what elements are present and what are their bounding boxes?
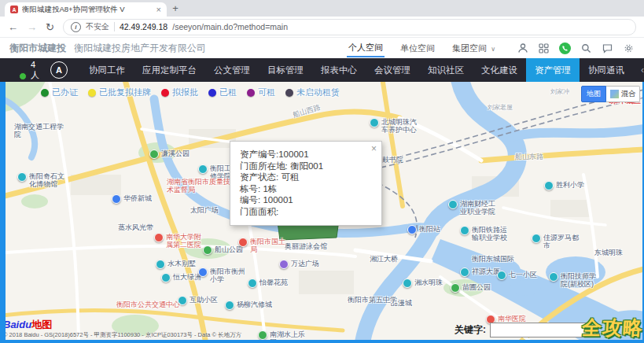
poi-marker-icon[interactable]: [448, 200, 458, 209]
map-poi-label: 衡阳铁路运输职业学校: [460, 226, 512, 242]
poi-marker-icon[interactable]: [198, 164, 208, 174]
seeyon-logo-icon[interactable]: A: [50, 61, 68, 79]
keyword-search: 关键字:: [454, 323, 597, 337]
poi-marker-icon[interactable]: [544, 181, 554, 190]
apps-grid-icon[interactable]: [538, 42, 550, 54]
baidu-logo-latin: Baidu: [3, 319, 31, 330]
poi-marker-icon[interactable]: [532, 234, 541, 243]
nav-items: 协同工作应用定制平台公文管理目标管理报表中心会议管理知识社区文化建设资产管理协同…: [80, 58, 633, 82]
nav-item[interactable]: 会议管理: [366, 58, 419, 82]
nav-item[interactable]: 应用定制平台: [134, 58, 205, 82]
nav-prev-icon[interactable]: ‹: [641, 65, 644, 76]
poi-marker-icon[interactable]: [17, 172, 27, 182]
map-type-map-button[interactable]: 地图: [581, 86, 606, 102]
map-poi-label: 湘水明珠: [403, 278, 443, 288]
map-poi-label: 七一小区: [497, 271, 537, 280]
poi-marker-icon[interactable]: [225, 301, 234, 310]
nav-item[interactable]: 公文管理: [205, 58, 259, 82]
poi-text: 蒸水风光带: [118, 223, 153, 231]
poi-text: 华侨新城: [123, 194, 152, 202]
legend-item: 可租: [247, 87, 275, 98]
map-poi-label: 北城明珠汽车养护中心: [370, 118, 421, 135]
nav-item[interactable]: 协同通讯: [580, 58, 633, 82]
map-poi-label: 衡阳东城国际: [472, 255, 514, 263]
poi-marker-icon[interactable]: [407, 225, 417, 234]
user-avatar[interactable]: [8, 61, 25, 79]
assistant-icon[interactable]: [517, 42, 528, 54]
online-status-dot: [19, 72, 27, 80]
map-poi-label: 刘家冲: [550, 88, 569, 95]
poi-marker-icon[interactable]: [497, 271, 506, 280]
nav-item[interactable]: 报表中心: [312, 58, 366, 82]
poi-marker-icon[interactable]: [198, 267, 208, 277]
poi-text: 杨柳汽修城: [237, 301, 272, 308]
poi-marker-icon[interactable]: [203, 245, 212, 255]
legend-label: 可租: [258, 87, 275, 98]
space-link-unit[interactable]: 单位空间: [399, 39, 436, 57]
poi-text: 衡阳奇石文化博物馆: [29, 172, 69, 189]
url-path: /seeyon/main.do?method=main: [172, 22, 288, 31]
poi-text: 互助小区: [190, 296, 218, 304]
nav-item[interactable]: 文化建设: [473, 58, 526, 82]
phone-icon[interactable]: [559, 42, 571, 54]
poi-marker-icon[interactable]: [370, 118, 379, 127]
poi-text: 衡阳东城国际: [472, 255, 514, 263]
poi-marker-icon[interactable]: [460, 267, 469, 277]
poi-marker-icon[interactable]: [549, 272, 558, 282]
poi-text: 刘家冲: [550, 88, 569, 95]
map-poi-label: 万达广场: [279, 260, 319, 269]
site-info-icon[interactable]: i: [71, 22, 81, 32]
poi-marker-icon[interactable]: [248, 278, 257, 288]
browser-window: A 衡阳城建投A8+协同管理软件 V × + ← → ↻ i 不安全 42.49…: [0, 0, 644, 343]
poi-text: 万达广场: [291, 260, 319, 267]
settings-gear-icon[interactable]: [623, 42, 635, 54]
space-link-personal[interactable]: 个人空间: [347, 39, 385, 57]
popup-close-icon[interactable]: ×: [371, 144, 377, 153]
map-poi-label: 衡阳奇石文化博物馆: [17, 172, 69, 189]
baidu-logo[interactable]: Baidu地图: [3, 318, 52, 332]
nav-item[interactable]: 目标管理: [259, 58, 312, 82]
nav-item[interactable]: 协同工作: [80, 58, 134, 82]
poi-marker-icon[interactable]: [154, 233, 164, 242]
url-field[interactable]: i 不安全 42.49.249.18 /seeyon/main.do?metho…: [63, 19, 636, 35]
nav-item-label: 报表中心: [321, 65, 357, 75]
poi-text: 佳源罗马都市: [543, 234, 583, 250]
map-copyright: © 2018 Baidu - GS(2018)6572号 - 甲测资字11009…: [3, 331, 241, 339]
poi-text: 祥源大厦: [472, 267, 500, 275]
search-icon[interactable]: [580, 42, 592, 54]
header-icons: [517, 42, 635, 54]
map-poi-label: 佳源罗马都市: [532, 234, 583, 250]
poi-marker-icon[interactable]: [258, 330, 267, 340]
poi-marker-icon[interactable]: [403, 278, 412, 288]
favicon-icon: A: [10, 6, 18, 13]
poi-text: 恒大绿洲: [173, 273, 201, 281]
legend-dot: [247, 89, 255, 97]
browser-tab[interactable]: A 衡阳城建投A8+协同管理软件 V ×: [5, 2, 167, 17]
poi-marker-icon[interactable]: [161, 273, 171, 282]
forward-icon[interactable]: →: [27, 22, 37, 32]
poi-marker-icon[interactable]: [451, 283, 460, 293]
status-legend: 已办证 已批复拟挂牌 拟报批 已租 可租 未启动租赁: [41, 87, 340, 98]
poi-marker-icon[interactable]: [460, 226, 469, 235]
poi-text: 南华大学附属第二医院: [166, 233, 206, 249]
poi-marker-icon[interactable]: [156, 260, 165, 269]
poi-text: 湘水明珠: [414, 278, 443, 286]
tab-close-icon[interactable]: ×: [156, 6, 161, 14]
popup-line: 资产编号:100001: [240, 149, 372, 160]
poi-marker-icon[interactable]: [279, 260, 289, 269]
new-tab-button[interactable]: +: [167, 2, 184, 17]
message-icon[interactable]: [602, 42, 613, 54]
poi-marker-icon[interactable]: [149, 149, 159, 159]
poi-marker-icon[interactable]: [112, 194, 121, 204]
poi-marker-icon[interactable]: [238, 238, 248, 247]
back-icon[interactable]: ←: [8, 22, 18, 32]
map-canvas[interactable]: 已办证 已批复拟挂牌 拟报批 已租 可租 未启动租赁: [0, 82, 644, 343]
nav-item[interactable]: 知识社区: [419, 58, 473, 82]
map-type-hybrid-button[interactable]: 混合: [606, 86, 640, 102]
space-link-group[interactable]: 集团空间 ∨: [451, 39, 497, 57]
reload-icon[interactable]: ↻: [46, 22, 54, 32]
nav-item-label: 应用定制平台: [142, 65, 197, 75]
nav-item[interactable]: 资产管理: [526, 58, 580, 82]
company-name: 衡阳城建投房地产开发有限公司: [74, 42, 206, 55]
poi-text: 东城明珠: [594, 249, 623, 256]
